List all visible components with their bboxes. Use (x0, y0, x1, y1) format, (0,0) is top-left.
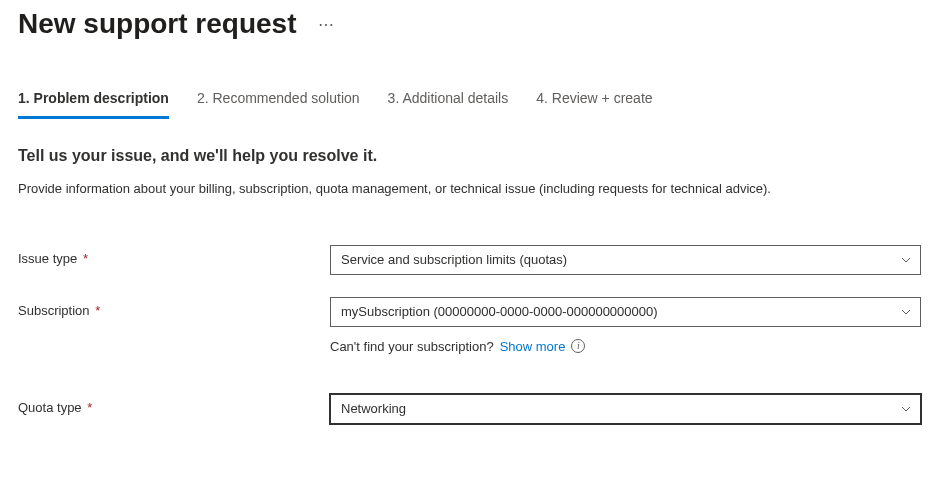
issue-type-label: Issue type * (18, 245, 330, 266)
wizard-tabs: 1. Problem description 2. Recommended so… (18, 90, 921, 119)
section-description: Provide information about your billing, … (18, 179, 898, 199)
label-text: Issue type (18, 251, 77, 266)
label-text: Quota type (18, 400, 82, 415)
section-heading: Tell us your issue, and we'll help you r… (18, 147, 921, 165)
issue-type-dropdown[interactable]: Service and subscription limits (quotas) (330, 245, 921, 275)
quota-type-dropdown[interactable]: Networking (330, 394, 921, 424)
subscription-value: mySubscription (00000000-0000-0000-00000… (341, 304, 658, 319)
title-row: New support request ⋯ (18, 8, 921, 40)
tab-problem-description[interactable]: 1. Problem description (18, 90, 169, 119)
subscription-show-more-link[interactable]: Show more (500, 339, 566, 354)
subscription-helper: Can't find your subscription? Show more … (330, 339, 921, 354)
subscription-helper-text: Can't find your subscription? (330, 339, 494, 354)
info-icon[interactable]: i (571, 339, 585, 353)
required-marker: * (83, 251, 88, 266)
form-row-subscription: Subscription * mySubscription (00000000-… (18, 297, 921, 327)
chevron-down-icon (900, 306, 912, 318)
tab-recommended-solution[interactable]: 2. Recommended solution (197, 90, 360, 119)
issue-type-control: Service and subscription limits (quotas) (330, 245, 921, 275)
subscription-control: mySubscription (00000000-0000-0000-00000… (330, 297, 921, 327)
quota-type-control: Networking (330, 394, 921, 424)
quota-type-label: Quota type * (18, 394, 330, 415)
more-icon[interactable]: ⋯ (314, 11, 339, 38)
chevron-down-icon (900, 254, 912, 266)
subscription-dropdown[interactable]: mySubscription (00000000-0000-0000-00000… (330, 297, 921, 327)
required-marker: * (95, 303, 100, 318)
required-marker: * (87, 400, 92, 415)
chevron-down-icon (900, 403, 912, 415)
quota-type-value: Networking (341, 401, 406, 416)
tab-additional-details[interactable]: 3. Additional details (388, 90, 509, 119)
tab-review-create[interactable]: 4. Review + create (536, 90, 652, 119)
form-row-quota-type: Quota type * Networking (18, 394, 921, 424)
page-title: New support request (18, 8, 296, 40)
label-text: Subscription (18, 303, 90, 318)
issue-type-value: Service and subscription limits (quotas) (341, 252, 567, 267)
subscription-label: Subscription * (18, 297, 330, 318)
form-row-issue-type: Issue type * Service and subscription li… (18, 245, 921, 275)
